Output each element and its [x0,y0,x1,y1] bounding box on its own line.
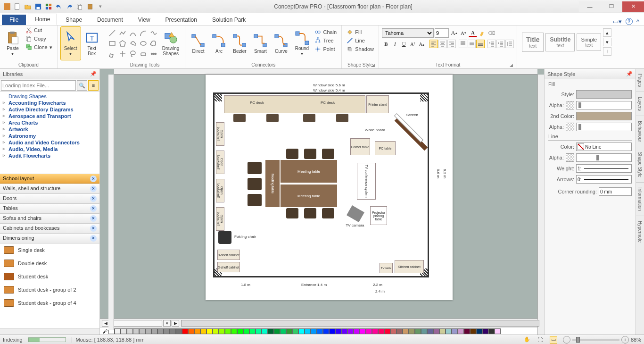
zoom-slider[interactable] [572,339,619,341]
align-center-icon[interactable] [438,40,447,48]
chair-icon[interactable] [248,178,262,190]
increase-font-icon[interactable]: A▴ [450,29,458,37]
color-swatch[interactable] [476,328,482,334]
color-swatch[interactable] [329,328,335,334]
category-item[interactable]: School layout× [0,174,99,184]
indent-inc-icon[interactable] [496,40,505,48]
color-swatch[interactable] [495,328,501,334]
tab-view[interactable]: View [132,15,157,25]
chair-icon[interactable] [286,149,298,159]
help-icon[interactable]: ? [626,18,633,25]
drawing-shapes-button[interactable]: Drawing Shapes [159,26,182,60]
category-item[interactable]: Tables× [0,204,99,214]
monitor-icon[interactable] [233,114,246,122]
printer-stand[interactable]: Printer stand [366,95,389,113]
align-left-icon[interactable] [429,40,438,48]
tool-blob-icon[interactable] [149,39,158,48]
color-swatch[interactable] [182,328,188,334]
color-swatch[interactable] [446,328,452,334]
bookshelf-3[interactable]: Open bookshelf [216,179,224,202]
qat-grid-icon[interactable] [44,2,53,11]
color-swatch[interactable] [115,328,121,334]
canvas-viewport[interactable]: Window side 5.6 m Window side 5.4 m PC d… [100,69,544,319]
tab-presentation[interactable]: Presentation [159,15,204,25]
color-swatch[interactable] [396,328,403,334]
color-swatch[interactable] [323,328,329,334]
shapestyle-launcher-icon[interactable]: ◢ [372,63,375,67]
minimize-button[interactable]: — [579,1,601,12]
color-swatch[interactable] [249,328,256,334]
paste-button[interactable]: Paste▾ [3,26,23,60]
color-swatch[interactable] [256,328,262,334]
tool-spline-icon[interactable] [149,28,158,38]
bookshelf-1[interactable]: Open bookshelf [216,122,224,146]
line-spacing-icon[interactable] [505,40,514,48]
page-tab[interactable] [110,320,162,327]
line-button[interactable]: Line [345,37,376,44]
side-tab[interactable]: Layers [636,92,644,116]
monitor-icon[interactable] [336,114,348,122]
fill-alpha-slider[interactable] [576,101,632,109]
monitor-icon[interactable] [266,114,279,122]
meeting-table-2[interactable]: Meeting table [281,185,337,207]
color-swatch[interactable] [415,328,421,334]
library-tree-item[interactable]: Drawing Shapes [0,93,99,100]
qat-more-icon[interactable]: ▾ [96,2,105,11]
color-swatch[interactable] [200,328,206,334]
shadow-button[interactable]: Shadow [345,45,376,53]
category-item[interactable]: Walls, shell and structure× [0,184,99,194]
color-swatch[interactable] [488,328,495,334]
tab-home[interactable]: Home [28,14,57,25]
qat-copy-icon[interactable] [75,2,84,11]
round-button[interactable]: Round▾ [292,26,312,60]
tv-conference[interactable]: TV conference system [357,163,376,200]
arrows-select[interactable]: 0: [576,175,632,184]
tab-shape[interactable]: Shape [59,15,89,25]
bezier-button[interactable]: Bezier [230,26,249,60]
library-tree-item[interactable]: Audit Flowcharts [0,152,99,159]
kitchen-cabinet[interactable]: Kitchen cabinet [395,260,424,273]
color-swatch[interactable] [384,328,390,334]
color-swatch[interactable] [366,328,372,334]
shape-item[interactable]: Student desk - group of 2 [0,283,99,296]
smart-button[interactable]: Smart [250,26,270,60]
tab-document[interactable]: Document [91,15,130,25]
point-button[interactable]: Point [313,45,339,53]
color-swatch[interactable] [354,328,360,334]
color2-alpha-slider[interactable] [576,123,632,131]
color-swatch[interactable] [268,328,274,334]
fill-style-select[interactable] [576,90,632,99]
color-swatch[interactable] [194,328,200,334]
library-tree-item[interactable]: Artwork [0,126,99,133]
arc-button[interactable]: Arc [209,26,229,60]
align-top-icon[interactable] [459,40,467,48]
color-swatch[interactable] [206,328,213,334]
color-swatch[interactable] [213,328,219,334]
tool-polyline-icon[interactable] [118,28,127,38]
close-icon[interactable]: × [90,215,97,222]
color-swatch[interactable] [433,328,439,334]
tool-eraser-icon[interactable] [139,49,148,59]
color-swatch[interactable] [139,328,145,334]
palette-picker-icon[interactable]: 🖌 [101,328,108,334]
close-button[interactable]: ✕ [622,1,644,12]
color-swatch[interactable] [464,328,470,334]
category-item[interactable]: Dimensioning× [0,234,99,243]
color-swatch[interactable] [176,328,182,334]
tv-camera[interactable] [347,205,364,222]
color-swatch[interactable] [292,328,298,334]
rounding-input[interactable]: 0 mm [599,187,632,196]
tab-solution-park[interactable]: Solution Park [206,15,252,25]
alpha-pattern-icon[interactable] [566,101,574,109]
library-tree-item[interactable]: Audio and Video Connectors [0,139,99,146]
color-swatch[interactable] [151,328,157,334]
font-family-select[interactable]: Tahoma [382,28,434,38]
copy-button[interactable]: Copy [24,35,54,42]
alpha2-pattern-icon[interactable] [566,123,574,131]
chair-icon[interactable] [322,149,334,159]
shelf-cabinet-2[interactable]: 3-shelf cabinet [217,262,240,272]
clone-button[interactable]: Clone ▾ [24,43,54,51]
align-bottom-icon[interactable] [476,40,485,48]
color-swatch[interactable] [378,328,384,334]
chair-icon[interactable] [304,149,316,159]
